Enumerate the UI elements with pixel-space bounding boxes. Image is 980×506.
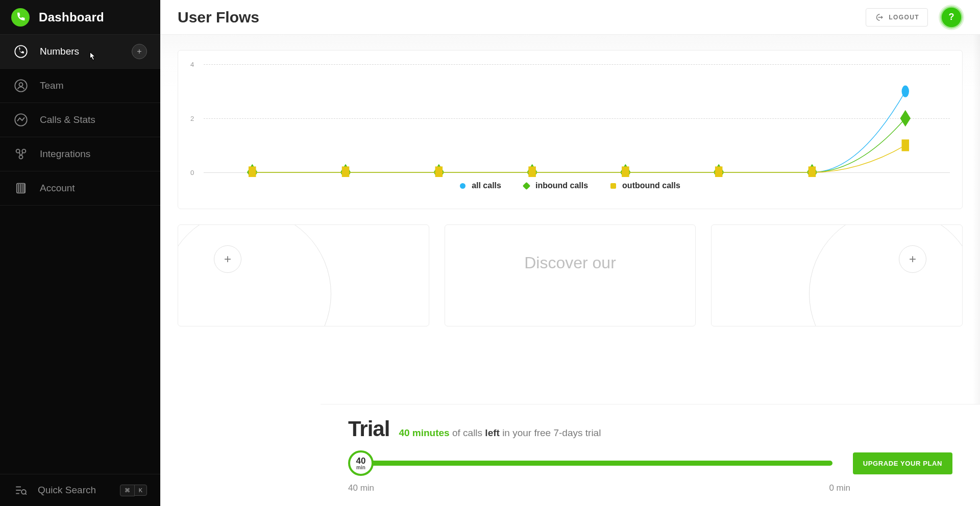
kbd-k: K [134, 485, 147, 496]
topbar: User Flows LOGOUT ? [160, 0, 980, 35]
sidebar-item-calls-stats[interactable]: Calls & Stats [0, 103, 160, 137]
mini-card-center: Discover our [445, 224, 696, 326]
svg-point-1 [15, 80, 27, 91]
integrations-icon [13, 146, 29, 162]
legend-label: outbound calls [622, 181, 680, 190]
legend-item-all[interactable]: all calls [460, 181, 501, 190]
add-widget-button[interactable]: + [214, 245, 241, 273]
nav-list: Numbers + Team Calls & Stats Integratio [0, 35, 160, 206]
add-widget-button[interactable]: + [899, 245, 926, 273]
legend-label: all calls [472, 181, 501, 190]
discover-text: Discover our [524, 254, 616, 272]
chart-area: 4 2 0 [190, 60, 950, 177]
y-tick: 0 [190, 168, 194, 176]
trial-tail: in your free 7-days trial [500, 427, 601, 438]
svg-point-15 [21, 490, 26, 494]
trial-subtitle: 40 minutes of calls left in your free 7-… [399, 427, 601, 439]
svg-line-16 [26, 494, 27, 495]
svg-rect-37 [622, 166, 629, 177]
phone-arrow-icon [13, 44, 29, 59]
y-tick: 4 [190, 61, 194, 68]
y-tick: 2 [190, 115, 194, 122]
chart-legend: all calls inbound calls outbound calls [190, 181, 950, 190]
add-number-button[interactable]: + [132, 44, 147, 59]
sidebar-item-label: Numbers [40, 46, 79, 57]
scale-left: 40 min [348, 483, 374, 493]
legend-item-outbound[interactable]: outbound calls [610, 181, 680, 190]
svg-rect-38 [715, 166, 723, 177]
help-button[interactable]: ? [940, 6, 963, 29]
knob-unit: min [356, 465, 365, 470]
sidebar: Dashboard Numbers + Team Calls & St [0, 0, 160, 506]
secondary-cards: + Discover our + [178, 224, 963, 326]
phone-icon [15, 12, 26, 22]
trial-left: left [485, 427, 500, 438]
svg-point-6 [19, 155, 23, 159]
sidebar-item-integrations[interactable]: Integrations [0, 137, 160, 171]
knob-value: 40 [356, 457, 366, 465]
help-icon: ? [949, 12, 954, 22]
mini-card-left: + [178, 224, 429, 326]
trial-progress: 40 min [348, 450, 832, 476]
brand-logo [11, 8, 30, 27]
legend-marker-circle [460, 183, 465, 189]
svg-rect-34 [342, 166, 350, 177]
trial-progress-knob[interactable]: 40 min [348, 450, 374, 476]
svg-point-24 [901, 86, 909, 97]
trial-text: of calls [450, 427, 485, 438]
svg-rect-35 [435, 166, 443, 177]
sidebar-item-team[interactable]: Team [0, 69, 160, 103]
arc-decoration [809, 224, 963, 326]
arc-decoration [178, 224, 331, 326]
scale-right: 0 min [829, 483, 850, 493]
svg-rect-39 [808, 166, 816, 177]
legend-marker-square [610, 183, 616, 189]
main: User Flows LOGOUT ? 4 2 0 [160, 0, 980, 506]
legend-marker-diamond [523, 182, 531, 190]
sidebar-item-numbers[interactable]: Numbers + [0, 35, 160, 69]
sidebar-header: Dashboard [0, 0, 160, 35]
chart-svg [208, 60, 950, 177]
sidebar-item-label: Calls & Stats [40, 114, 95, 125]
trial-bar: Trial 40 minutes of calls left in your f… [321, 404, 980, 506]
svg-point-2 [19, 83, 23, 86]
svg-rect-36 [528, 166, 536, 177]
trial-minutes: 40 minutes [399, 427, 449, 438]
page-title: User Flows [178, 9, 259, 26]
user-icon [13, 78, 29, 93]
account-icon [13, 181, 29, 196]
svg-rect-40 [901, 139, 909, 151]
upgrade-button[interactable]: UPGRADE YOUR PLAN [853, 452, 952, 474]
legend-item-inbound[interactable]: inbound calls [524, 181, 588, 190]
search-list-icon [13, 483, 29, 498]
stats-icon [13, 112, 29, 128]
sidebar-item-label: Team [40, 80, 63, 91]
trial-title: Trial [348, 417, 389, 441]
kbd-cmd: ⌘ [120, 485, 135, 496]
sidebar-item-label: Integrations [40, 148, 90, 160]
trial-scale: 40 min 0 min [348, 483, 952, 493]
progress-track [371, 461, 832, 466]
svg-rect-32 [900, 110, 911, 127]
logout-icon [874, 13, 884, 22]
quick-search-label: Quick Search [38, 485, 96, 496]
chart-card: 4 2 0 all calls [178, 50, 963, 209]
legend-label: inbound calls [535, 181, 588, 190]
sidebar-item-label: Account [40, 183, 75, 194]
sidebar-brand-title: Dashboard [39, 10, 104, 24]
mini-card-right: + [711, 224, 963, 326]
logout-button[interactable]: LOGOUT [866, 8, 928, 27]
quick-search[interactable]: Quick Search ⌘ K [0, 474, 160, 506]
quick-search-shortcut: ⌘ K [120, 485, 147, 496]
svg-point-0 [15, 45, 27, 57]
logout-label: LOGOUT [889, 14, 919, 21]
svg-rect-33 [249, 166, 256, 177]
sidebar-item-account[interactable]: Account [0, 171, 160, 206]
